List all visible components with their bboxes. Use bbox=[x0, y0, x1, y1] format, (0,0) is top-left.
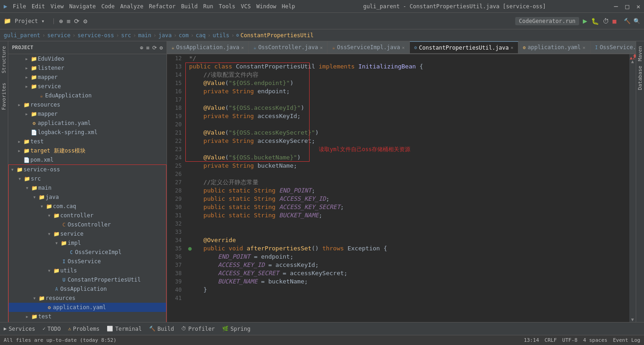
toolbar-new-icon[interactable]: ⊕ bbox=[59, 17, 63, 25]
tab-ossctrl[interactable]: ☕ OssController.java ✕ bbox=[249, 41, 328, 53]
tab-ossimpl[interactable]: ☕ OssServiceImpl.java ✕ bbox=[328, 41, 409, 53]
indent-indicator[interactable]: 4 spaces bbox=[583, 337, 607, 343]
tree-item-target-inner[interactable]: ▶ 📁 target bbox=[9, 321, 166, 322]
tree-item-eduapp[interactable]: ☕ EduApplication bbox=[8, 91, 167, 100]
breakpoint-icon[interactable]: ● bbox=[188, 244, 192, 253]
tree-item-test-top[interactable]: ▶ 📁 test bbox=[8, 137, 167, 146]
toolbar-align-icon[interactable]: ≡ bbox=[67, 17, 70, 25]
profile-button[interactable]: ⏱ bbox=[603, 17, 609, 25]
encoding-indicator[interactable]: UTF-8 bbox=[562, 337, 577, 343]
breadcrumb-com[interactable]: com bbox=[178, 32, 189, 39]
build-proj-btn[interactable]: 🔨 bbox=[624, 18, 631, 24]
breadcrumb-src[interactable]: src bbox=[121, 32, 131, 39]
minimize-button[interactable]: ─ bbox=[614, 3, 618, 10]
favorites-icon[interactable]: Favorites bbox=[1, 83, 7, 110]
scroll-up-arrow[interactable]: ▲ bbox=[629, 59, 636, 64]
tree-item-resources-inner[interactable]: ▼ 📁 resources bbox=[9, 294, 166, 303]
menu-build[interactable]: Build bbox=[181, 3, 198, 10]
terminal-btn[interactable]: ⬜ Terminal bbox=[107, 326, 142, 332]
tree-item-ossapp[interactable]: A OssApplication bbox=[9, 284, 166, 294]
tree-item-test-inner[interactable]: ▶ 📁 test bbox=[9, 312, 166, 321]
cursor-position[interactable]: 13:14 bbox=[524, 337, 539, 343]
breadcrumb-caq[interactable]: caq bbox=[196, 32, 206, 39]
build-btn[interactable]: 🔨 Build bbox=[149, 326, 174, 332]
menu-refactor[interactable]: Refactor bbox=[149, 3, 176, 10]
tab-ossapp[interactable]: ☕ OssApplication.java ✕ bbox=[167, 41, 249, 53]
code-editor[interactable]: 读取yml文件自己oss存储桶相关资源 */ public class Cons… bbox=[185, 54, 629, 322]
tree-item-constantutil[interactable]: U ConstantPropertiesUtil bbox=[9, 275, 166, 284]
menu-navigate[interactable]: Navigate bbox=[69, 3, 96, 10]
breadcrumb-service[interactable]: service bbox=[47, 32, 71, 39]
tree-item-eduvideo[interactable]: ▶ 📁 EduVideo bbox=[8, 54, 167, 63]
menu-edit[interactable]: Edit bbox=[32, 3, 45, 10]
run-button[interactable]: ▶ bbox=[583, 17, 587, 25]
stop-button[interactable]: ■ bbox=[613, 17, 616, 25]
tree-item-java[interactable]: ▼ 📁 java bbox=[9, 192, 166, 202]
event-log-btn[interactable]: Event Log bbox=[613, 337, 640, 343]
tree-item-src[interactable]: ▼ 📁 src bbox=[9, 174, 166, 183]
menu-vcs[interactable]: VCS bbox=[241, 3, 251, 10]
database-label[interactable]: Database bbox=[637, 66, 643, 90]
sidebar-settings-btn[interactable]: ⚙ bbox=[160, 45, 163, 51]
menu-file[interactable]: File bbox=[13, 3, 26, 10]
tree-item-com-caq[interactable]: ▼ 📁 com.caq bbox=[9, 202, 166, 211]
tree-item-app-yaml[interactable]: ⚙ application.yaml bbox=[9, 303, 166, 312]
tree-item-service-top[interactable]: ▶ 📁 service bbox=[8, 82, 167, 91]
project-label[interactable]: Project ▾ bbox=[15, 18, 45, 24]
maximize-button[interactable]: □ bbox=[625, 3, 629, 10]
breadcrumb-java[interactable]: java bbox=[158, 32, 172, 39]
tree-item-listener[interactable]: ▶ 📁 listener bbox=[8, 63, 167, 73]
breadcrumb-guli[interactable]: guli_parent bbox=[4, 32, 40, 39]
tree-item-service-inner[interactable]: ▼ 📁 service bbox=[9, 229, 166, 238]
tab-close[interactable]: ✕ bbox=[583, 45, 586, 50]
run-config-label[interactable]: CodeGenerator.run bbox=[515, 17, 579, 25]
tree-item-app-yaml-top[interactable]: ⚙ application.yaml bbox=[8, 119, 167, 128]
menu-run[interactable]: Run bbox=[203, 3, 213, 10]
crlf-indicator[interactable]: CRLF bbox=[545, 337, 557, 343]
tree-item-osscontroller[interactable]: C OssController bbox=[9, 220, 166, 229]
tree-item-controller[interactable]: ▼ 📁 controller bbox=[9, 211, 166, 220]
tree-item-target-new[interactable]: ▶ 📁 target 新建oss模块 bbox=[8, 146, 167, 155]
editor-scrollbar[interactable]: ▲2 ▲ ▼ bbox=[629, 54, 636, 322]
breadcrumb-utils[interactable]: utils bbox=[213, 32, 229, 39]
todo-btn[interactable]: ✓ TODO bbox=[42, 326, 61, 332]
tree-item-mapper-res[interactable]: ▶ 📁 mapper bbox=[8, 109, 167, 119]
maven-label[interactable]: Maven bbox=[637, 46, 643, 61]
tab-close[interactable]: ✕ bbox=[241, 45, 244, 50]
tree-item-mapper[interactable]: ▶ 📁 mapper bbox=[8, 73, 167, 82]
tab-close[interactable]: ✕ bbox=[511, 45, 513, 50]
scroll-down-arrow[interactable]: ▼ bbox=[629, 317, 636, 322]
toolbar-sync-icon[interactable]: ⟳ bbox=[74, 17, 80, 25]
tree-item-service-oss[interactable]: ▼ 📁 service-oss bbox=[9, 165, 166, 174]
menu-tools[interactable]: Tools bbox=[218, 3, 235, 10]
tree-item-impl[interactable]: ▼ 📁 impl bbox=[9, 238, 166, 248]
tree-item-utils[interactable]: ▼ 📁 utils bbox=[9, 266, 166, 275]
profiler-btn[interactable]: ⏱ Profiler bbox=[181, 326, 215, 332]
tree-item-ossserviceimpl[interactable]: C OssServiceImpl bbox=[9, 248, 166, 257]
tab-constutil[interactable]: ⚙ ConstantPropertiesUtil.java ✕ bbox=[410, 41, 518, 53]
tree-item-ossservice[interactable]: I OssService bbox=[9, 257, 166, 266]
close-button[interactable]: ✕ bbox=[637, 3, 640, 10]
problems-btn[interactable]: ⚠ Problems bbox=[68, 326, 99, 332]
tree-item-logback[interactable]: 📄 logback-spring.xml bbox=[8, 128, 167, 137]
breadcrumb-main[interactable]: main bbox=[138, 32, 151, 39]
sidebar-collapse-btn[interactable]: ≡ bbox=[146, 45, 150, 51]
structure-label[interactable]: Structure bbox=[1, 46, 7, 74]
search-btn[interactable]: 🔍 bbox=[633, 18, 640, 24]
tree-item-resources-top[interactable]: ▶ 📁 resources bbox=[8, 100, 167, 109]
tab-ossservice[interactable]: I OssService.java ✕ bbox=[591, 41, 636, 53]
tree-item-pom-top[interactable]: 📄 pom.xml bbox=[8, 155, 167, 164]
tab-close[interactable]: ✕ bbox=[402, 45, 405, 50]
debug-button[interactable]: 🐛 bbox=[591, 17, 599, 25]
services-btn[interactable]: ▶ Services bbox=[4, 326, 35, 332]
breadcrumb-service-oss[interactable]: service-oss bbox=[78, 32, 114, 39]
sidebar-refresh-btn[interactable]: ⟳ bbox=[152, 45, 157, 51]
spring-btn[interactable]: 🌿 Spring bbox=[222, 326, 250, 332]
toolbar-settings-icon[interactable]: ⚙ bbox=[83, 17, 87, 25]
menu-window[interactable]: Window bbox=[256, 3, 276, 10]
sidebar-locate-btn[interactable]: ⊕ bbox=[140, 45, 143, 51]
menu-view[interactable]: View bbox=[51, 3, 64, 10]
menu-help[interactable]: Help bbox=[282, 3, 295, 10]
menu-analyze[interactable]: Analyze bbox=[120, 3, 144, 10]
tree-item-main[interactable]: ▼ 📁 main bbox=[9, 183, 166, 192]
